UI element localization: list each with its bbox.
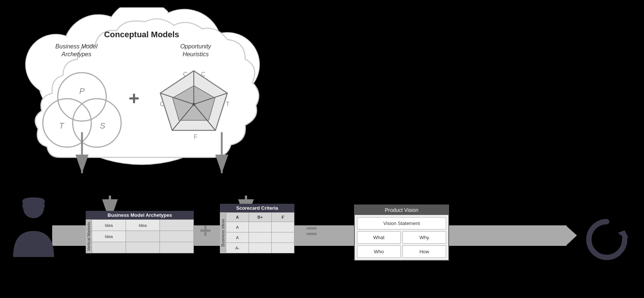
table-header: F	[272, 213, 294, 222]
svg-text:C: C	[160, 101, 164, 107]
table-cell: Idea	[92, 220, 126, 231]
sc-vertical-label: Business Ideas	[220, 212, 226, 253]
svg-text:T: T	[226, 101, 230, 107]
svg-text:C: C	[183, 71, 187, 77]
table-row: A	[226, 222, 294, 232]
table-cell: A	[226, 232, 249, 243]
table-header: B+	[249, 213, 272, 222]
table-cell	[249, 232, 272, 243]
pv-what: What	[357, 231, 401, 244]
bma-table: Idea Idea Idea	[92, 219, 194, 253]
table-cell	[160, 242, 194, 253]
main-canvas: Conceptual Models Business Model Archety…	[0, 0, 644, 298]
scorecard-box: Scorecard Criteria Business Ideas A B+ F…	[220, 204, 294, 253]
cloud-title: Conceptual Models	[104, 30, 179, 39]
table-cell	[160, 231, 194, 242]
table-row: A B+ F	[226, 213, 294, 222]
bma-vertical-label: Vertical Markets	[86, 219, 92, 253]
person-silhouette	[9, 197, 58, 259]
table-row	[92, 242, 194, 253]
table-cell	[249, 222, 272, 232]
diagonal-arrow-venn	[71, 130, 108, 179]
pv-who: Who	[357, 245, 401, 258]
cycle-icon	[584, 216, 629, 261]
cloud-plus-sign: +	[129, 88, 139, 109]
table-cell	[272, 243, 294, 253]
svg-point-30	[192, 103, 195, 106]
svg-text:P: P	[79, 86, 85, 96]
svg-point-16	[58, 73, 106, 121]
pentagon-diagram-label: Opportunity Heuristics	[160, 43, 231, 58]
vision-statement: Vision Statement	[357, 217, 446, 229]
table-cell: A-	[226, 243, 249, 253]
svg-text:S: S	[100, 121, 105, 130]
svg-text:F: F	[194, 134, 198, 140]
table-cell	[272, 222, 294, 232]
table-cell	[126, 242, 160, 253]
product-vision-box: Product Vision Vision Statement What Why…	[354, 205, 449, 261]
table-cell	[272, 232, 294, 243]
bma-header: Business Model Archetypes	[86, 211, 194, 219]
diagonal-arrow-pentagon	[199, 130, 237, 179]
table-row: A	[226, 232, 294, 243]
equals-operator: =	[306, 219, 318, 243]
pv-grid: What Why Who How	[355, 229, 448, 260]
venn-diagram-label: Business Model Archetypes	[43, 43, 110, 58]
table-row: A-	[226, 243, 294, 253]
sc-table: A B+ F A A A-	[226, 212, 294, 253]
table-cell	[126, 231, 160, 242]
table-cell: Idea	[92, 231, 126, 242]
svg-text:C: C	[201, 71, 205, 77]
table-header: A	[226, 213, 249, 222]
bma-box: Business Model Archetypes Vertical Marke…	[86, 211, 194, 253]
plus-operator: +	[199, 218, 211, 242]
sc-header: Scorecard Criteria	[220, 204, 294, 212]
pv-why: Why	[402, 231, 446, 244]
svg-text:T: T	[59, 121, 64, 130]
pv-header: Product Vision	[355, 205, 448, 215]
table-cell	[160, 220, 194, 231]
pv-how: How	[402, 245, 446, 258]
table-cell: A	[226, 222, 249, 232]
table-cell	[92, 242, 126, 253]
table-row: Idea	[92, 231, 194, 242]
table-cell: Idea	[126, 220, 160, 231]
table-row: Idea Idea	[92, 220, 194, 231]
table-cell	[249, 243, 272, 253]
flow-band-arrowhead	[566, 225, 577, 246]
